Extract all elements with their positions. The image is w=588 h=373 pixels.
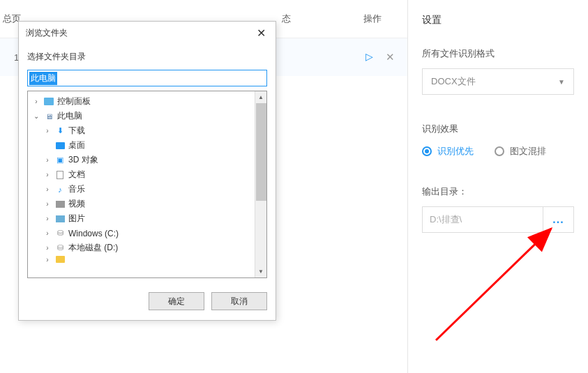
dialog-title-text: 浏览文件夹 — [26, 27, 68, 39]
browse-output-button[interactable]: ... — [543, 206, 574, 233]
dialog-subtitle: 选择文件夹目录 — [19, 44, 276, 70]
down-icon: ⬇ — [54, 126, 66, 136]
browse-folder-dialog: 浏览文件夹 ✕ 选择文件夹目录 此电脑 ›控制面板⌄🖥此电脑›⬇下载桌面›▣3D… — [18, 21, 276, 321]
doc-icon — [54, 170, 66, 180]
tree-expander-icon[interactable]: ⌄ — [32, 112, 40, 120]
radio-label: 识别优先 — [437, 145, 474, 158]
ok-button[interactable]: 确定 — [149, 292, 204, 310]
scroll-down-icon[interactable]: ▼ — [255, 266, 266, 277]
tree-item-label: 本地磁盘 (D:) — [68, 242, 118, 254]
tree-item[interactable]: ›⛁本地磁盘 (D:) — [29, 241, 265, 255]
tree-item-label: 此电脑 — [57, 110, 82, 122]
tree-expander-icon[interactable]: › — [43, 200, 52, 208]
folder-tree[interactable]: ›控制面板⌄🖥此电脑›⬇下载桌面›▣3D 对象›文档›♪音乐›视频›图片›⛁Wi… — [28, 91, 266, 277]
tree-item[interactable]: ⌄🖥此电脑 — [29, 109, 265, 123]
tree-item[interactable]: ›⬇下载 — [29, 123, 265, 138]
tree-scrollbar[interactable]: ▲ ▼ — [255, 91, 266, 277]
tree-item[interactable]: ›视频 — [29, 197, 265, 211]
format-label: 所有文件识别格式 — [422, 47, 574, 60]
tree-item[interactable]: ›控制面板 — [29, 94, 265, 109]
tree-expander-icon[interactable]: › — [43, 244, 52, 252]
cancel-button[interactable]: 取消 — [211, 292, 267, 310]
tree-item-label: 桌面 — [68, 139, 85, 151]
format-select-value: DOCX文件 — [431, 75, 476, 88]
3d-icon: ▣ — [54, 155, 66, 165]
tree-item-label: 控制面板 — [57, 96, 91, 107]
video-icon — [54, 199, 66, 209]
effect-label: 识别效果 — [422, 123, 574, 135]
drive-icon: ⛁ — [54, 243, 66, 253]
close-icon[interactable]: ✕ — [252, 25, 270, 41]
tree-item-label: 下载 — [68, 125, 85, 137]
tree-expander-icon[interactable]: › — [43, 215, 52, 222]
tree-expander-icon[interactable]: › — [43, 127, 52, 135]
header-operation-label: 操作 — [345, 13, 400, 25]
folder-path-value: 此电脑 — [29, 72, 57, 85]
drive-icon: ⛁ — [54, 229, 66, 238]
desktop-icon — [54, 141, 66, 151]
settings-panel: 设置 所有文件识别格式 DOCX文件 ▼ 识别效果 识别优先 图文混排 输出目录… — [408, 0, 588, 373]
music-icon: ♪ — [54, 185, 66, 195]
tree-item-label: 图片 — [68, 213, 85, 224]
header-status-suffix: 态 — [282, 13, 291, 24]
tree-expander-icon[interactable]: › — [43, 156, 52, 164]
output-dir-label: 输出目录： — [422, 185, 574, 198]
folder-path-input[interactable]: 此电脑 — [27, 70, 267, 86]
radio-recognition-priority[interactable]: 识别优先 — [422, 145, 474, 158]
radio-label: 图文混排 — [510, 145, 546, 158]
tree-item[interactable]: 桌面 — [29, 138, 265, 153]
tree-item-label: Windows (C:) — [68, 229, 119, 238]
tree-item-label: 音乐 — [68, 183, 85, 195]
tree-item-label: 视频 — [68, 198, 85, 210]
tree-item[interactable]: ›图片 — [29, 211, 265, 226]
settings-title: 设置 — [422, 14, 574, 26]
tree-item[interactable]: ›▣3D 对象 — [29, 153, 265, 167]
output-dir-input[interactable]: D:\排查\ — [422, 206, 543, 233]
tree-expander-icon[interactable]: › — [43, 229, 52, 237]
tree-item[interactable]: ›⛁Windows (C:) — [29, 226, 265, 241]
tree-expander-icon[interactable]: › — [43, 185, 52, 193]
chevron-down-icon: ▼ — [558, 78, 565, 86]
pc-icon: 🖥 — [43, 112, 54, 121]
tree-item[interactable]: › — [29, 255, 265, 264]
scroll-thumb[interactable] — [256, 103, 266, 201]
pic-icon — [54, 214, 66, 224]
remove-item-icon[interactable]: ✕ — [386, 51, 395, 63]
play-icon[interactable]: ▷ — [365, 51, 373, 63]
tree-item[interactable]: ›♪音乐 — [29, 182, 265, 197]
radio-mixed-layout[interactable]: 图文混排 — [495, 145, 546, 158]
cpanel-icon — [43, 97, 54, 107]
tree-expander-icon[interactable]: › — [32, 98, 40, 105]
format-select[interactable]: DOCX文件 ▼ — [422, 68, 574, 95]
scroll-up-icon[interactable]: ▲ — [255, 91, 266, 103]
tree-item-label: 文档 — [68, 169, 85, 181]
tree-item-label: 3D 对象 — [68, 154, 98, 166]
tree-item[interactable]: ›文档 — [29, 167, 265, 182]
tree-expander-icon[interactable]: › — [43, 171, 52, 178]
